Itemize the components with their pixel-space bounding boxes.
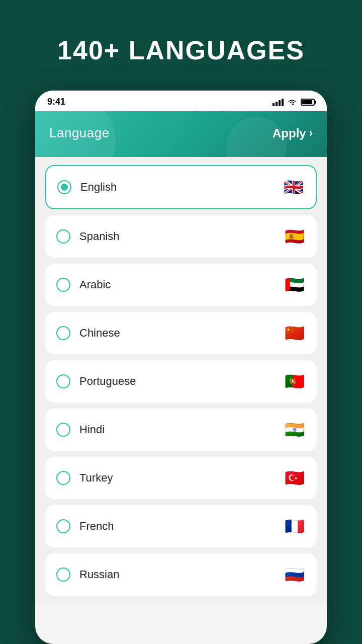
flag-arabic: 🇦🇪 (284, 274, 306, 296)
apply-button[interactable]: Apply › (273, 126, 313, 140)
language-item-arabic[interactable]: Arabic🇦🇪 (45, 264, 317, 306)
language-left-chinese: Chinese (56, 326, 120, 340)
language-item-french[interactable]: French🇫🇷 (45, 505, 317, 547)
status-bar: 9:41 (35, 91, 327, 111)
language-item-english[interactable]: English🇬🇧 (45, 165, 317, 209)
battery-icon (301, 99, 315, 106)
radio-spanish (56, 229, 70, 244)
apply-chevron-icon: › (309, 127, 313, 140)
radio-hindi (56, 423, 70, 437)
language-left-russian: Russian (56, 568, 119, 582)
language-left-hindi: Hindi (56, 423, 105, 437)
language-list: English🇬🇧Spanish🇪🇸Arabic🇦🇪Chinese🇨🇳Portu… (35, 157, 327, 604)
status-time: 9:41 (47, 97, 65, 107)
flag-russian: 🇷🇺 (284, 564, 306, 586)
flag-portuguese: 🇵🇹 (284, 370, 306, 392)
language-name-hindi: Hindi (79, 423, 105, 436)
language-left-turkey: Turkey (56, 471, 113, 485)
language-item-chinese[interactable]: Chinese🇨🇳 (45, 312, 317, 354)
language-left-arabic: Arabic (56, 278, 111, 292)
language-name-chinese: Chinese (79, 327, 120, 340)
language-item-spanish[interactable]: Spanish🇪🇸 (45, 215, 317, 258)
language-left-portuguese: Portuguese (56, 374, 136, 388)
language-left-spanish: Spanish (56, 229, 120, 244)
flag-chinese: 🇨🇳 (284, 322, 306, 344)
language-item-turkey[interactable]: Turkey🇹🇷 (45, 457, 317, 499)
language-item-hindi[interactable]: Hindi🇮🇳 (45, 409, 317, 451)
language-name-arabic: Arabic (79, 278, 111, 291)
language-name-portuguese: Portuguese (79, 375, 136, 388)
apply-label: Apply (273, 126, 306, 140)
language-name-turkey: Turkey (79, 471, 113, 485)
signal-icon (273, 98, 284, 106)
radio-chinese (56, 326, 70, 340)
language-left-english: English (57, 180, 117, 194)
flag-french: 🇫🇷 (284, 515, 306, 537)
flag-turkey: 🇹🇷 (284, 467, 306, 489)
page-title: 140+ LANGUAGES (57, 35, 305, 65)
radio-turkey (56, 471, 70, 485)
flag-english: 🇬🇧 (283, 176, 305, 198)
flag-hindi: 🇮🇳 (284, 419, 306, 441)
language-item-portuguese[interactable]: Portuguese🇵🇹 (45, 360, 317, 403)
radio-arabic (56, 278, 70, 292)
language-name-spanish: Spanish (79, 230, 120, 243)
header-title: Language (49, 125, 110, 141)
app-header: Language Apply › (35, 111, 327, 157)
language-name-russian: Russian (79, 568, 119, 581)
radio-english (57, 180, 71, 194)
radio-portuguese (56, 374, 70, 388)
language-name-french: French (79, 520, 114, 533)
language-left-french: French (56, 519, 114, 533)
phone-frame: 9:41 Language Apply › English🇬🇧Spanish🇪🇸… (35, 91, 327, 644)
language-name-english: English (80, 181, 117, 194)
language-item-russian[interactable]: Russian🇷🇺 (45, 553, 317, 596)
wifi-icon (288, 99, 297, 106)
flag-spanish: 🇪🇸 (284, 225, 306, 248)
radio-russian (56, 568, 70, 582)
status-icons (273, 98, 315, 106)
radio-french (56, 519, 70, 533)
